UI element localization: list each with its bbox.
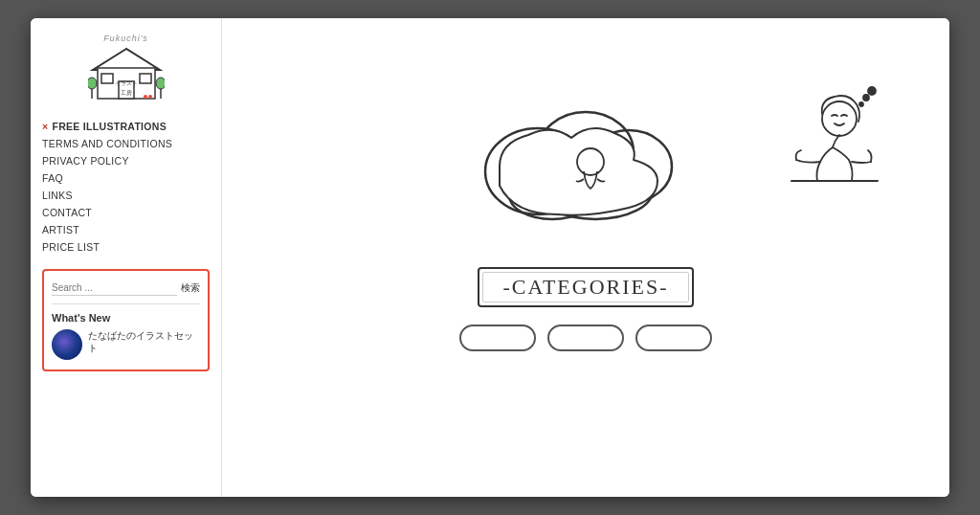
nav-item-terms[interactable]: TERMS AND CONDITIONS — [42, 137, 210, 150]
search-button[interactable]: 検索 — [181, 281, 200, 295]
main-content: -CATEGORIES- — [222, 18, 949, 497]
svg-point-19 — [822, 101, 857, 136]
svg-point-20 — [859, 102, 863, 106]
search-row: 検索 — [52, 280, 200, 296]
svg-text:イラスト: イラスト — [115, 80, 138, 86]
nav-item-faq[interactable]: FAQ — [42, 171, 210, 185]
news-text: たなばたのイラストセット — [88, 329, 200, 355]
nav-item-artist[interactable]: ARTIST — [42, 223, 210, 236]
news-item[interactable]: たなばたのイラストセット — [52, 329, 200, 360]
svg-point-12 — [156, 78, 165, 89]
logo-subtitle: Fukuchi's — [103, 34, 148, 43]
category-pill-1[interactable] — [459, 325, 536, 351]
illustration-area — [251, 28, 940, 277]
category-pills — [459, 325, 712, 351]
nav-item-privacy[interactable]: PRIVACY POLICY — [42, 154, 210, 168]
bullet-icon: × — [42, 121, 48, 132]
whats-new-label: What's New — [52, 312, 200, 324]
svg-point-21 — [863, 95, 869, 101]
category-pill-2[interactable] — [547, 325, 624, 351]
search-input[interactable] — [52, 280, 177, 296]
svg-text:工房: 工房 — [121, 89, 132, 96]
svg-point-10 — [148, 95, 152, 99]
nav-item-contact[interactable]: CONTACT — [42, 206, 210, 219]
category-pill-3[interactable] — [635, 325, 712, 351]
svg-marker-0 — [93, 49, 160, 70]
svg-rect-4 — [140, 74, 151, 83]
svg-point-9 — [144, 95, 147, 99]
site-logo[interactable]: イラスト 工房 — [88, 45, 165, 102]
nav-menu: ×FREE ILLUSTRATIONS TERMS AND CONDITIONS… — [42, 120, 210, 254]
nav-item-links[interactable]: LINKS — [42, 189, 210, 202]
main-inner: -CATEGORIES- — [222, 18, 949, 497]
news-thumbnail — [52, 329, 82, 360]
svg-point-6 — [88, 78, 97, 89]
search-section: 検索 What's New たなばたのイラストセット — [42, 269, 210, 371]
svg-rect-3 — [101, 74, 113, 83]
categories-banner: -CATEGORIES- — [478, 267, 693, 307]
categories-section: -CATEGORIES- — [222, 267, 949, 351]
divider — [52, 303, 200, 304]
cloud-illustration — [442, 56, 748, 248]
logo-area: Fukuchi's イラスト 工房 — [42, 34, 210, 102]
nav-item-price-list[interactable]: PRICE LIST — [42, 240, 210, 254]
svg-point-22 — [868, 87, 876, 95]
sidebar: Fukuchi's イラスト 工房 — [31, 18, 222, 497]
nav-item-free-illustrations[interactable]: ×FREE ILLUSTRATIONS — [42, 120, 210, 133]
girl-illustration — [787, 85, 882, 210]
